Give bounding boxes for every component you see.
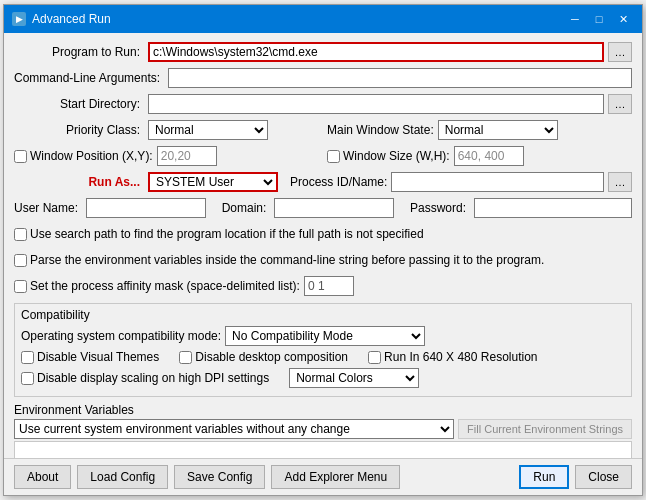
parse-env-label[interactable]: Parse the environment variables inside t… xyxy=(14,253,544,267)
window-position-group: Window Position (X,Y): xyxy=(14,146,319,166)
app-icon: ▶ xyxy=(12,12,26,26)
os-compat-row: Operating system compatibility mode: No … xyxy=(21,326,625,346)
main-window-select[interactable]: Normal xyxy=(438,120,558,140)
env-select-row: Use current system environment variables… xyxy=(14,419,632,439)
run-as-row: Run As... SYSTEM User Process ID/Name: … xyxy=(14,171,632,193)
password-label: Password: xyxy=(410,201,466,215)
affinity-text: Set the process affinity mask (space-del… xyxy=(30,279,300,293)
affinity-input[interactable] xyxy=(304,276,354,296)
search-path-label[interactable]: Use search path to find the program loca… xyxy=(14,227,424,241)
program-input-group: … xyxy=(148,42,632,62)
startdir-input[interactable] xyxy=(148,94,604,114)
cmdline-row: Command-Line Arguments: xyxy=(14,67,632,89)
disable-dpi-checkbox[interactable] xyxy=(21,372,34,385)
run-as-label: Run As... xyxy=(14,175,144,189)
run-button[interactable]: Run xyxy=(519,465,569,489)
disable-desktop-text: Disable desktop composition xyxy=(195,350,348,364)
window-position-input[interactable] xyxy=(157,146,217,166)
close-button[interactable]: Close xyxy=(575,465,632,489)
startdir-label: Start Directory: xyxy=(14,97,144,111)
affinity-label[interactable]: Set the process affinity mask (space-del… xyxy=(14,279,300,293)
close-window-button[interactable]: ✕ xyxy=(612,9,634,29)
affinity-row: Set the process affinity mask (space-del… xyxy=(14,275,632,297)
form-content: Program to Run: … Command-Line Arguments… xyxy=(4,33,642,458)
title-bar-left: ▶ Advanced Run xyxy=(12,12,111,26)
disable-visual-label[interactable]: Disable Visual Themes xyxy=(21,350,159,364)
search-path-text: Use search path to find the program loca… xyxy=(30,227,424,241)
parse-env-checkbox[interactable] xyxy=(14,254,27,267)
program-browse-button[interactable]: … xyxy=(608,42,632,62)
run-as-select[interactable]: SYSTEM User xyxy=(148,172,278,192)
search-path-row: Use search path to find the program loca… xyxy=(14,223,632,245)
window-position-checkbox-label[interactable]: Window Position (X,Y): xyxy=(14,149,153,163)
disable-dpi-text: Disable display scaling on high DPI sett… xyxy=(37,371,269,385)
process-id-label: Process ID/Name: xyxy=(290,175,387,189)
compatibility-title: Compatibility xyxy=(21,308,625,322)
priority-select[interactable]: Normal xyxy=(148,120,268,140)
add-explorer-button[interactable]: Add Explorer Menu xyxy=(271,465,400,489)
affinity-checkbox[interactable] xyxy=(14,280,27,293)
title-bar: ▶ Advanced Run ─ □ ✕ xyxy=(4,5,642,33)
env-select[interactable]: Use current system environment variables… xyxy=(14,419,454,439)
priority-label: Priority Class: xyxy=(14,123,144,137)
title-controls: ─ □ ✕ xyxy=(564,9,634,29)
os-compat-label: Operating system compatibility mode: xyxy=(21,329,221,343)
window-size-label: Window Size (W,H): xyxy=(343,149,450,163)
env-textarea[interactable] xyxy=(14,441,632,458)
run-640-text: Run In 640 X 480 Resolution xyxy=(384,350,537,364)
user-domain-row: User Name: Domain: Password: xyxy=(14,197,632,219)
priority-group: Priority Class: Normal xyxy=(14,120,319,140)
load-config-button[interactable]: Load Config xyxy=(77,465,168,489)
disable-visual-text: Disable Visual Themes xyxy=(37,350,159,364)
window-position-label: Window Position (X,Y): xyxy=(30,149,153,163)
compat-checks-row1: Disable Visual Themes Disable desktop co… xyxy=(21,350,625,364)
domain-label: Domain: xyxy=(222,201,267,215)
password-input[interactable] xyxy=(474,198,632,218)
main-window-group: Main Window State: Normal xyxy=(327,120,632,140)
compatibility-section: Compatibility Operating system compatibi… xyxy=(14,303,632,397)
cmdline-input[interactable] xyxy=(168,68,632,88)
search-path-checkbox[interactable] xyxy=(14,228,27,241)
disable-desktop-checkbox[interactable] xyxy=(179,351,192,364)
disable-desktop-label[interactable]: Disable desktop composition xyxy=(179,350,348,364)
priority-windowstate-row: Priority Class: Normal Main Window State… xyxy=(14,119,632,141)
about-button[interactable]: About xyxy=(14,465,71,489)
window-size-group: Window Size (W,H): xyxy=(327,146,632,166)
window-position-checkbox[interactable] xyxy=(14,150,27,163)
run-640-checkbox[interactable] xyxy=(368,351,381,364)
startdir-browse-button[interactable]: … xyxy=(608,94,632,114)
parse-env-text: Parse the environment variables inside t… xyxy=(30,253,544,267)
env-title: Environment Variables xyxy=(14,403,632,417)
window-size-checkbox[interactable] xyxy=(327,150,340,163)
save-config-button[interactable]: Save Config xyxy=(174,465,265,489)
minimize-button[interactable]: ─ xyxy=(564,9,586,29)
maximize-button[interactable]: □ xyxy=(588,9,610,29)
disable-dpi-label[interactable]: Disable display scaling on high DPI sett… xyxy=(21,371,269,385)
main-window-label: Main Window State: xyxy=(327,123,434,137)
disable-visual-checkbox[interactable] xyxy=(21,351,34,364)
program-row: Program to Run: … xyxy=(14,41,632,63)
user-name-input[interactable] xyxy=(86,198,206,218)
process-id-input[interactable] xyxy=(391,172,604,192)
window-size-input[interactable] xyxy=(454,146,524,166)
parse-env-row: Parse the environment variables inside t… xyxy=(14,249,632,271)
run-640-label[interactable]: Run In 640 X 480 Resolution xyxy=(368,350,537,364)
domain-input[interactable] xyxy=(274,198,394,218)
user-name-label: User Name: xyxy=(14,201,78,215)
advanced-run-window: ▶ Advanced Run ─ □ ✕ Program to Run: … C… xyxy=(3,4,643,496)
fill-env-button[interactable]: Fill Current Environment Strings xyxy=(458,419,632,439)
startdir-row: Start Directory: … xyxy=(14,93,632,115)
os-compat-select[interactable]: No Compatibility Mode xyxy=(225,326,425,346)
bottom-bar: About Load Config Save Config Add Explor… xyxy=(4,458,642,495)
program-input[interactable] xyxy=(148,42,604,62)
display-colors-select[interactable]: Normal Colors xyxy=(289,368,419,388)
window-size-checkbox-label[interactable]: Window Size (W,H): xyxy=(327,149,450,163)
window-title: Advanced Run xyxy=(32,12,111,26)
position-size-row: Window Position (X,Y): Window Size (W,H)… xyxy=(14,145,632,167)
compat-checks-row2: Disable display scaling on high DPI sett… xyxy=(21,368,625,388)
env-section: Environment Variables Use current system… xyxy=(14,403,632,458)
cmdline-label: Command-Line Arguments: xyxy=(14,71,164,85)
program-label: Program to Run: xyxy=(14,45,144,59)
process-browse-button[interactable]: … xyxy=(608,172,632,192)
